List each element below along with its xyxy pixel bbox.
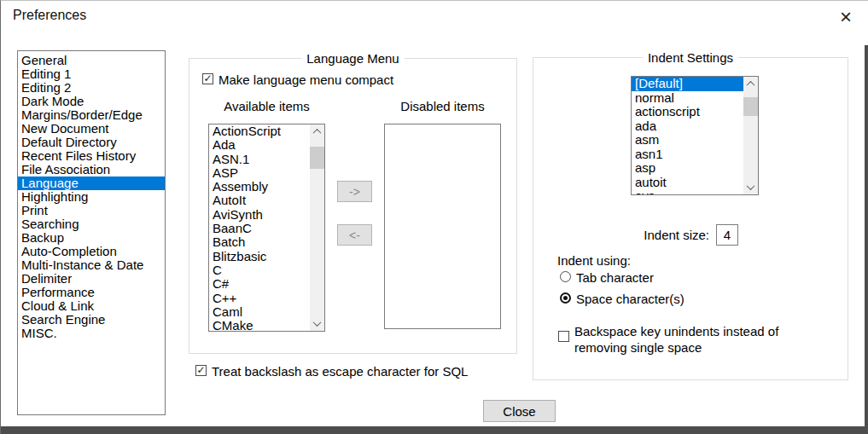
available-items-scrollbar[interactable] (310, 124, 324, 331)
check-icon: ✓ (203, 74, 212, 84)
indent-size-input[interactable]: 4 (716, 224, 738, 246)
radio-circle[interactable] (560, 271, 571, 282)
compact-menu-checkbox-label[interactable]: Make language menu compact (218, 72, 393, 87)
window-edge-bottom (1, 426, 868, 434)
sql-escape-checkbox[interactable]: ✓ Treat backslash as escape character fo… (195, 364, 468, 379)
list-item[interactable]: C++ (209, 292, 310, 305)
list-item[interactable]: C (209, 263, 310, 277)
available-items-list[interactable]: ActionScriptAdaASN.1ASPAssemblyAutoItAvi… (209, 124, 310, 331)
list-item[interactable]: ASN.1 (209, 153, 310, 166)
tab-character-radio[interactable]: Tab character (560, 270, 654, 285)
window-edge-right (865, 45, 868, 434)
available-items-label: Available items (208, 99, 325, 113)
scrollbar-thumb[interactable] (310, 147, 324, 169)
scroll-up-icon[interactable] (310, 124, 324, 139)
list-item[interactable]: Caml (209, 305, 310, 319)
list-item[interactable]: Cloud & Link (18, 299, 165, 313)
space-character-radio[interactable]: Space character(s) (560, 292, 684, 306)
list-item[interactable]: autoit (632, 176, 743, 190)
list-item[interactable]: Highlighting (18, 190, 165, 204)
tab-character-radio-label[interactable]: Tab character (576, 270, 654, 285)
list-item[interactable]: Margins/Border/Edge (18, 108, 165, 122)
list-item[interactable]: AviSynth (209, 208, 310, 222)
list-item[interactable]: ActionScript (209, 124, 310, 138)
category-list[interactable]: GeneralEditing 1Editing 2Dark ModeMargin… (17, 50, 166, 415)
list-item[interactable]: BaanC (209, 222, 310, 235)
list-item[interactable]: Auto-Completion (18, 245, 165, 258)
compact-menu-checkbox[interactable]: ✓ Make language menu compact (202, 72, 393, 87)
list-item[interactable]: Ada (209, 138, 310, 152)
preferences-dialog: Preferences × GeneralEditing 1Editing 2D… (0, 0, 868, 434)
list-item[interactable]: Language (18, 176, 165, 190)
list-item[interactable]: Batch (209, 235, 310, 249)
scrollbar-thumb[interactable] (743, 97, 758, 116)
checkbox-box[interactable]: ✓ (195, 365, 207, 376)
list-item[interactable]: actionscript (632, 105, 743, 119)
disabled-items-listbox[interactable] (384, 124, 501, 329)
list-item[interactable]: Dark Mode (18, 95, 165, 108)
list-item[interactable]: Assembly (209, 180, 310, 194)
list-item[interactable]: Blitzbasic (209, 250, 310, 263)
checkbox-box[interactable]: ✓ (202, 73, 213, 84)
radio-circle[interactable] (560, 292, 571, 304)
backspace-unindent-checkbox[interactable]: Backspace key unindents instead of remov… (558, 323, 827, 356)
list-item[interactable]: asm (632, 133, 743, 148)
list-item[interactable]: Search Engine (18, 313, 165, 327)
indent-using-label: Indent using: (557, 253, 631, 268)
list-item[interactable]: Backup (18, 231, 165, 245)
indent-language-list[interactable]: [Default]normalactionscriptadaasmasn1asp… (632, 77, 743, 194)
indent-language-scrollbar[interactable] (743, 77, 758, 194)
list-item[interactable]: Default Directory (18, 136, 165, 149)
list-item[interactable]: CMake (209, 319, 310, 331)
backspace-unindent-checkbox-label[interactable]: Backspace key unindents instead of remov… (574, 323, 827, 356)
close-button[interactable]: Close (483, 400, 556, 422)
checkbox-box[interactable] (558, 331, 569, 342)
list-item[interactable]: AutoIt (209, 194, 310, 207)
list-item[interactable]: Performance (18, 286, 165, 299)
list-item[interactable]: ada (632, 119, 743, 134)
move-right-button[interactable]: -> (337, 181, 372, 202)
scroll-down-icon[interactable] (310, 316, 324, 331)
indent-size-label: Indent size: (581, 228, 709, 242)
list-item[interactable]: [Default] (632, 77, 743, 91)
list-item[interactable]: asn1 (632, 148, 743, 162)
list-item[interactable]: Editing 1 (18, 67, 165, 81)
list-item[interactable]: Multi-Instance & Date (18, 258, 165, 272)
list-item[interactable]: Print (18, 204, 165, 217)
check-icon: ✓ (196, 366, 205, 375)
list-item[interactable]: Editing 2 (18, 81, 165, 95)
indent-settings-group-title: Indent Settings (533, 50, 848, 65)
list-item[interactable]: New Document (18, 122, 165, 136)
list-item[interactable]: File Association (18, 163, 165, 176)
sql-escape-checkbox-label[interactable]: Treat backslash as escape character for … (212, 364, 468, 379)
disabled-items-list[interactable] (385, 124, 500, 328)
list-item[interactable]: MISC. (18, 327, 165, 340)
list-item[interactable]: avs (632, 189, 743, 194)
move-left-button[interactable]: <- (337, 224, 372, 246)
scroll-down-icon[interactable] (743, 180, 758, 194)
list-item[interactable]: General (18, 54, 165, 67)
list-item[interactable]: normal (632, 91, 743, 106)
list-item[interactable]: asp (632, 161, 743, 176)
list-item[interactable]: Recent Files History (18, 149, 165, 163)
language-menu-group-title: Language Menu (189, 51, 516, 66)
disabled-items-label: Disabled items (384, 99, 501, 113)
window-title: Preferences (13, 8, 86, 23)
list-item[interactable]: ASP (209, 166, 310, 180)
list-item[interactable]: Delimiter (18, 272, 165, 286)
space-character-radio-label[interactable]: Space character(s) (576, 292, 684, 306)
list-item[interactable]: Searching (18, 217, 165, 231)
indent-language-listbox[interactable]: [Default]normalactionscriptadaasmasn1asp… (631, 76, 759, 195)
available-items-listbox[interactable]: ActionScriptAdaASN.1ASPAssemblyAutoItAvi… (208, 124, 325, 332)
scroll-up-icon[interactable] (743, 77, 758, 91)
list-item[interactable]: C# (209, 277, 310, 291)
close-icon[interactable]: × (830, 4, 861, 30)
